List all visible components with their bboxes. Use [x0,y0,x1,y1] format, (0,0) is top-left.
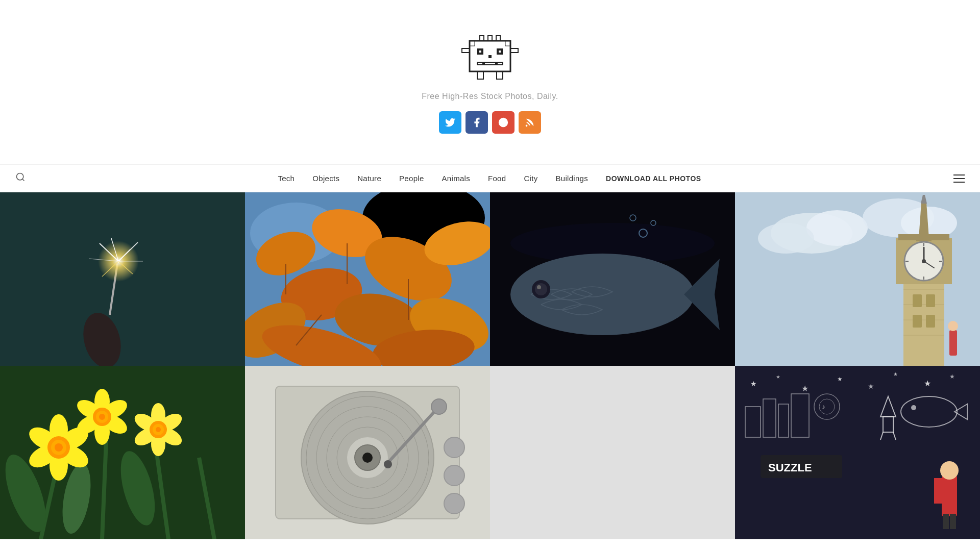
nav-links: Tech Objects Nature People Animals Food … [278,174,701,183]
svg-point-57 [537,285,541,289]
googleplus-link[interactable]: g+ [492,111,514,134]
nav-download[interactable]: DOWNLOAD ALL PHOTOS [606,174,701,183]
svg-rect-169 [943,514,949,529]
svg-text:★: ★ [776,374,780,380]
svg-rect-166 [942,475,957,516]
tagline: Free High-Res Stock Photos, Daily. [422,92,558,101]
svg-point-20 [17,173,23,180]
svg-point-165 [911,405,916,410]
nav-food[interactable]: Food [488,174,506,183]
svg-text:★: ★ [893,371,898,377]
svg-text:★: ★ [924,379,931,388]
search-icon[interactable] [15,172,26,185]
svg-point-56 [535,283,547,295]
svg-line-21 [22,179,24,181]
svg-point-141 [444,437,464,458]
rss-link[interactable] [519,111,541,134]
svg-text:★: ★ [837,375,843,383]
photo-sparkler[interactable] [0,192,245,366]
photo-fish[interactable] [490,192,735,366]
svg-rect-170 [950,514,956,529]
photo-bigben[interactable] [735,192,980,366]
svg-point-140 [384,460,392,468]
svg-rect-15 [497,71,503,79]
photo-daffodils[interactable] [0,366,245,539]
svg-point-118 [99,414,105,420]
svg-text:★: ★ [949,373,955,380]
svg-rect-144 [490,366,735,539]
photo-record[interactable] [245,366,490,539]
header: Free High-Res Stock Photos, Daily. g+ [0,0,980,164]
svg-text:★: ★ [868,382,874,390]
svg-point-19 [526,125,528,127]
svg-text:★: ★ [801,384,808,393]
svg-rect-168 [934,478,942,504]
svg-rect-9 [462,48,470,53]
svg-text:★: ★ [750,380,757,388]
nav-tech[interactable]: Tech [278,174,295,183]
svg-point-109 [55,443,63,452]
svg-point-63 [806,210,868,246]
facebook-link[interactable] [465,111,488,134]
nav-objects[interactable]: Objects [312,174,339,183]
svg-rect-4 [499,51,501,53]
svg-rect-90 [926,315,935,328]
photo-grid: ★ ★ ★ ★ ★ ★ ★ ★ SUZZLE [0,192,980,539]
logo[interactable] [459,31,521,82]
svg-point-167 [940,461,959,480]
svg-rect-3 [479,51,481,53]
social-links: g+ [439,111,541,134]
svg-text:SUZZLE: SUZZLE [768,461,812,474]
nav-people[interactable]: People [399,174,424,183]
nav-animals[interactable]: Animals [442,174,470,183]
svg-text:g+: g+ [500,120,506,126]
svg-rect-10 [510,48,518,53]
hamburger-menu[interactable] [953,172,965,185]
svg-rect-86 [898,234,949,240]
svg-rect-6 [477,62,503,65]
navbar: Tech Objects Nature People Animals Food … [0,164,980,192]
photo-leaves[interactable] [245,192,490,366]
svg-rect-14 [477,71,483,79]
svg-rect-8 [495,62,498,65]
svg-point-139 [431,399,447,414]
nav-nature[interactable]: Nature [357,174,381,183]
svg-point-92 [948,321,958,331]
svg-point-137 [362,453,373,463]
photo-mural[interactable]: ★ ★ ★ ★ ★ ★ ★ ★ SUZZLE [735,366,980,539]
svg-rect-89 [913,315,922,328]
svg-point-143 [444,493,464,514]
svg-rect-91 [949,330,957,356]
svg-point-142 [444,465,464,486]
nav-buildings[interactable]: Buildings [555,174,588,183]
twitter-link[interactable] [439,111,461,134]
photo-empty [490,366,735,539]
nav-city[interactable]: City [524,174,537,183]
svg-text:♪: ♪ [822,403,825,411]
svg-rect-7 [482,62,485,65]
svg-point-127 [156,427,161,432]
svg-rect-5 [488,55,492,58]
svg-rect-87 [913,294,922,307]
svg-point-64 [758,223,814,254]
svg-rect-88 [926,294,935,307]
